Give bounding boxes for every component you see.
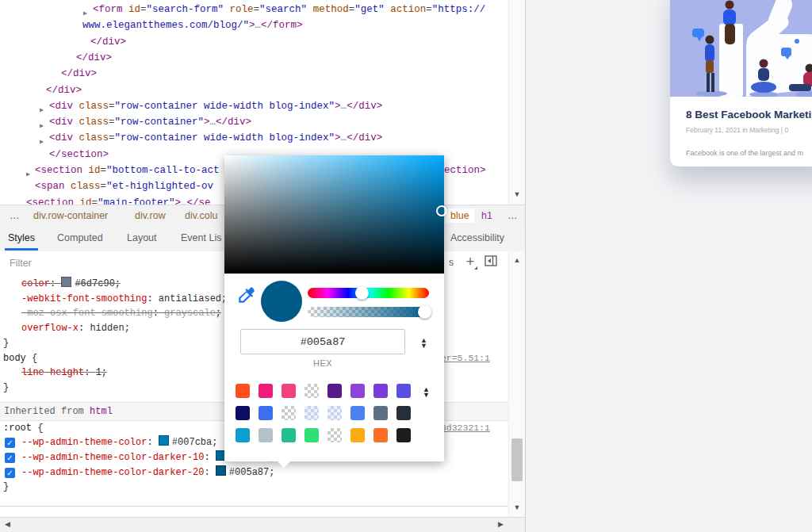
color-selection-ring[interactable]: [436, 205, 447, 216]
expand-arrow-icon[interactable]: ▶: [26, 166, 30, 182]
color-palette: [236, 384, 419, 450]
breadcrumb-item[interactable]: div.colu: [185, 210, 217, 221]
filter-input[interactable]: [8, 255, 209, 272]
palette-swatch[interactable]: [259, 384, 273, 398]
palette-swatch[interactable]: [304, 384, 319, 398]
tab-accessibility[interactable]: Accessibility: [450, 232, 504, 243]
color-picker-popup: ▲▼ HEX ▲▼: [224, 155, 444, 461]
expand-arrow-icon[interactable]: ▶: [40, 118, 44, 134]
palette-swatch[interactable]: [327, 384, 342, 398]
palette-swatch[interactable]: [350, 406, 365, 420]
dom-tree-node[interactable]: </div>: [61, 66, 97, 82]
palette-swatch[interactable]: [304, 406, 319, 420]
color-swatch[interactable]: [61, 277, 71, 287]
toggle-sidebar-icon[interactable]: [485, 255, 497, 270]
palette-swatch[interactable]: [396, 406, 411, 420]
alpha-gradient: [308, 307, 429, 317]
dom-tree-node[interactable]: </section>: [49, 147, 109, 163]
dom-tree-node[interactable]: ▶<form id="search-form" role="search" me…: [93, 2, 485, 17]
styles-scrollbar[interactable]: ▲ ▼: [508, 251, 525, 517]
css-declaration[interactable]: ✓--wp-admin-theme-color-darker-20: #005a…: [0, 465, 508, 480]
palette-swatch[interactable]: [396, 428, 411, 442]
hex-stepper[interactable]: ▲▼: [420, 338, 427, 349]
color-swatch[interactable]: [159, 435, 169, 446]
palette-swatch[interactable]: [282, 406, 296, 420]
palette-swatch[interactable]: [373, 384, 388, 398]
palette-stepper[interactable]: ▲▼: [423, 387, 430, 398]
dom-tree-node[interactable]: www.elegantthemes.com/blog/">…</form>: [82, 17, 303, 33]
breadcrumb-item[interactable]: …: [10, 210, 21, 221]
declaration-checkbox[interactable]: ✓: [5, 453, 15, 463]
breadcrumb-item[interactable]: …: [508, 210, 519, 221]
palette-swatch[interactable]: [236, 406, 250, 420]
eyedropper-icon[interactable]: [236, 285, 257, 305]
color-swatch[interactable]: [216, 465, 226, 476]
current-color-preview: [261, 281, 302, 322]
breadcrumb-item[interactable]: h1: [481, 210, 492, 221]
hue-slider[interactable]: [308, 288, 429, 298]
palette-swatch[interactable]: [373, 406, 388, 420]
palette-swatch[interactable]: [236, 384, 250, 398]
tab-event-lis[interactable]: Event Lis: [181, 232, 221, 243]
palette-swatch[interactable]: [236, 428, 250, 442]
screenshot-root: 8 Best Facebook Marketin February 11, 20…: [0, 0, 812, 532]
palette-swatch[interactable]: [282, 428, 296, 442]
scroll-down-icon[interactable]: ▼: [509, 503, 525, 511]
palette-swatch[interactable]: [373, 428, 388, 442]
horizontal-scrollbar[interactable]: ◀ ▶: [0, 517, 525, 532]
palette-swatch[interactable]: [396, 384, 411, 398]
palette-swatch[interactable]: [259, 428, 273, 442]
post-meta: February 11, 2021 in Marketing | 0: [686, 126, 812, 134]
breadcrumb-item[interactable]: div.row: [135, 210, 166, 221]
dom-tree-node[interactable]: ▶<section id="main-footer">…</se: [26, 195, 211, 205]
card-body: 8 Best Facebook Marketin February 11, 20…: [670, 97, 812, 157]
scroll-left-icon[interactable]: ◀: [5, 520, 10, 528]
declaration-checkbox[interactable]: ✓: [5, 468, 15, 478]
palette-swatch[interactable]: [327, 428, 342, 442]
palette-swatch[interactable]: [327, 406, 342, 420]
webpage-area: 8 Best Facebook Marketin February 11, 20…: [526, 0, 812, 532]
inherited-element-link[interactable]: html: [90, 406, 113, 417]
expand-arrow-icon[interactable]: ▶: [40, 134, 44, 150]
hex-input[interactable]: [240, 329, 405, 354]
palette-swatch[interactable]: [350, 428, 365, 442]
palette-swatch[interactable]: [282, 384, 296, 398]
breadcrumb-item[interactable]: div.row-container: [33, 210, 108, 221]
dom-tree-node[interactable]: ▶<div class="row-container wide-width bl…: [49, 130, 382, 146]
post-excerpt: Facebook is one of the largest and m: [686, 149, 812, 157]
new-style-rule-button[interactable]: +: [462, 252, 478, 271]
palette-swatch[interactable]: [304, 428, 319, 442]
saturation-value-area[interactable]: [224, 155, 444, 274]
scrollbar-thumb[interactable]: [511, 438, 523, 481]
dom-tree-node[interactable]: </div>: [46, 82, 82, 98]
scroll-right-icon[interactable]: ▶: [498, 520, 504, 528]
dom-tree-node[interactable]: </div>: [76, 50, 112, 66]
expand-arrow-icon[interactable]: ▶: [40, 102, 44, 118]
tab-layout[interactable]: Layout: [127, 232, 157, 243]
tab-computed[interactable]: Computed: [57, 232, 103, 243]
palette-swatch[interactable]: [350, 384, 365, 398]
breadcrumb-item[interactable]: blue: [446, 209, 474, 223]
post-title[interactable]: 8 Best Facebook Marketin: [686, 109, 812, 121]
picker-notch: [277, 461, 291, 468]
alpha-slider[interactable]: [308, 307, 429, 317]
dom-tree-node[interactable]: </div>: [90, 34, 126, 50]
expand-arrow-icon[interactable]: ▶: [17, 199, 21, 205]
tab-styles[interactable]: Styles: [8, 232, 35, 243]
blog-post-card[interactable]: 8 Best Facebook Marketin February 11, 20…: [670, 0, 812, 166]
alpha-handle[interactable]: [418, 305, 431, 319]
declaration-checkbox[interactable]: ✓: [5, 438, 15, 448]
dom-tree-node[interactable]: ▶<div class="row-container wide-width bl…: [49, 98, 382, 114]
cls-button-fragment[interactable]: s: [449, 257, 454, 268]
palette-swatch[interactable]: [259, 406, 273, 420]
color-format-label: HEX: [240, 358, 405, 368]
dom-tree-node[interactable]: <span class="et-highlighted-ov: [35, 178, 213, 194]
elements-scrollbar[interactable]: ▼: [508, 0, 525, 205]
dom-tree-node[interactable]: ▶<section id="bottom-call-to-act: [35, 163, 220, 178]
scroll-down-icon[interactable]: ▼: [509, 190, 525, 198]
dom-node-fragment[interactable]: ection>: [444, 163, 486, 178]
facebook-illustration[interactable]: [670, 0, 812, 97]
hue-handle[interactable]: [355, 286, 369, 300]
dom-tree-node[interactable]: ▶<div class="row-container">…</div>: [49, 114, 251, 130]
scroll-up-icon[interactable]: ▲: [509, 256, 525, 264]
